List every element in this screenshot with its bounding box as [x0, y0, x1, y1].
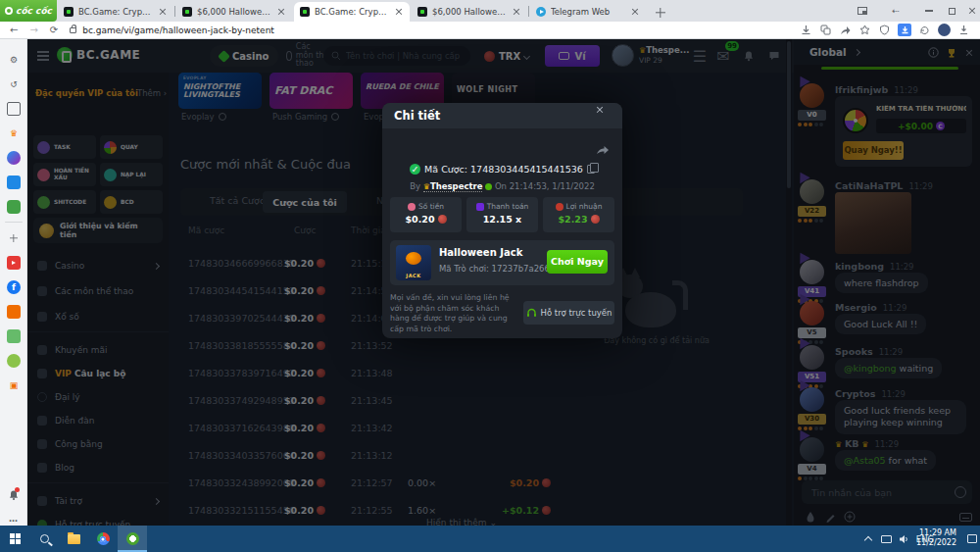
zalo-icon[interactable] — [7, 176, 21, 189]
minimize-button[interactable] — [921, 3, 937, 19]
tab-close-icon[interactable] — [158, 7, 168, 17]
reading-list-icon[interactable] — [7, 102, 21, 116]
tray-expand-icon[interactable] — [860, 526, 876, 552]
action-center-icon[interactable] — [964, 526, 980, 552]
bcgame-favicon — [417, 7, 427, 17]
send-to-device-icon[interactable]: ⇠ — [888, 3, 904, 19]
plant-app-icon[interactable] — [7, 354, 21, 368]
rail-divider — [5, 222, 23, 223]
bcgame-favicon — [182, 7, 192, 17]
more-options-icon[interactable]: … — [7, 512, 21, 526]
save-page-icon[interactable] — [800, 24, 812, 36]
settings-gear-icon[interactable]: ⚙ — [7, 53, 21, 67]
coccoc-download-icon[interactable] — [898, 24, 911, 36]
tab-separator — [174, 6, 175, 17]
profile-avatar[interactable] — [938, 24, 951, 36]
close-window-button[interactable] — [964, 3, 980, 19]
share-icon[interactable] — [839, 24, 852, 36]
modal-close-icon[interactable] — [600, 110, 612, 122]
facebook-icon[interactable]: f — [7, 280, 21, 294]
tab-close-icon[interactable] — [630, 7, 640, 17]
bet-by-line: By ♛Thespectre On 21:14:53, 1/11/2022 — [382, 181, 622, 191]
trx-coin-icon — [591, 215, 600, 224]
game-card: JACK Halloween Jack Mã Trò chơi: 17237b7… — [390, 240, 614, 285]
profit-icon — [556, 203, 564, 211]
messenger-icon[interactable] — [7, 151, 21, 165]
shield-icon[interactable] — [878, 24, 891, 36]
tab-telegram[interactable]: Telegram Web — [530, 2, 646, 22]
payout-wallet-icon — [476, 203, 484, 211]
start-button[interactable] — [0, 526, 29, 552]
sync-icon[interactable] — [918, 24, 931, 36]
maximize-button[interactable] — [944, 3, 959, 19]
headset-icon — [526, 308, 537, 318]
modal-title: Chi tiết — [394, 109, 440, 123]
tab-halloween-battle-2[interactable]: $6,000 Halloween Slot Battl — [412, 2, 527, 22]
url-text[interactable]: bc.game/vi/game/halloween-jack-by-netent — [82, 25, 274, 35]
browser-tab-bar: cốc cốc BC.Game: Crypto Casino Gam $6,00… — [0, 0, 980, 22]
tab-bcgame-1[interactable]: BC.Game: Crypto Casino Gam — [58, 2, 173, 22]
back-icon[interactable]: ← — [10, 25, 18, 35]
forward-icon[interactable]: → — [29, 25, 37, 35]
telegram-favicon — [536, 7, 546, 17]
tab-close-icon[interactable] — [512, 7, 521, 17]
coccoc-taskbar-icon[interactable] — [118, 526, 147, 552]
tab-close-icon[interactable] — [394, 7, 404, 17]
history-icon[interactable]: ↺ — [7, 77, 21, 91]
piggy-icon — [408, 203, 416, 211]
stat-profit: Lợi nhuận $2.23 — [543, 197, 614, 232]
bet-id-line: ✓ Mã Cược: 1748303445415441536 — [382, 164, 622, 175]
copy-icon[interactable] — [587, 165, 595, 174]
bookmark-star-icon[interactable] — [858, 24, 871, 36]
frog-icon — [485, 183, 492, 190]
coccoc-menu-button[interactable]: cốc cốc — [0, 0, 57, 22]
network-icon[interactable] — [878, 526, 894, 552]
tv-app-icon[interactable] — [7, 305, 21, 319]
bet-details-modal: Chi tiết ✓ Mã Cược: 1748303445415441536 … — [382, 103, 622, 338]
downloads-icon[interactable] — [957, 24, 970, 36]
youtube-icon[interactable] — [7, 256, 21, 270]
gift-app-icon[interactable] — [7, 329, 21, 343]
stat-amount: Số tiền $0.20 — [390, 197, 462, 232]
bcgame-page: BC.GAME Casino Các môn thể thao TRX — [27, 39, 980, 526]
crown-vip-icon[interactable]: ♛ — [7, 126, 21, 140]
support-note: Mọi vấn đề, xin vui lòng liên hệ với bộ … — [390, 293, 515, 334]
new-tab-button[interactable] — [653, 5, 668, 21]
tab-halloween-battle-1[interactable]: $6,000 Halloween Slot Battle — [176, 2, 292, 22]
taskbar-clock[interactable]: 11:29 AM 11/2/2022 — [916, 528, 956, 549]
games-gamepad-icon[interactable] — [7, 200, 21, 214]
coccoc-brand: cốc cốc — [16, 6, 52, 16]
address-bar: ← → ⟳ bc.game/vi/game/halloween-jack-by-… — [0, 22, 980, 39]
game-thumbnail[interactable]: JACK — [396, 245, 431, 280]
notification-bell-icon[interactable] — [7, 488, 21, 502]
coccoc-side-rail: ⚙ ↺ ♛ f ▣ … — [0, 39, 27, 526]
volume-icon[interactable] — [896, 526, 911, 552]
tab-close-icon[interactable] — [276, 7, 286, 17]
live-support-button[interactable]: Hỗ trợ trực tuyến — [523, 301, 614, 325]
lock-icon[interactable] — [70, 27, 76, 33]
stat-payout: Thanh toán 12.15 x — [466, 197, 538, 232]
coccoc-logo-icon — [5, 7, 13, 15]
tab-separator — [528, 6, 529, 17]
screen: cốc cốc BC.Game: Crypto Casino Gam $6,00… — [0, 0, 980, 552]
pip-icon[interactable] — [855, 3, 870, 19]
shopping-cart-icon[interactable]: ▣ — [7, 378, 21, 392]
crown-icon: ♛ — [423, 182, 430, 191]
bcgame-favicon — [300, 7, 310, 17]
file-explorer-icon[interactable] — [59, 526, 88, 552]
chrome-icon[interactable] — [88, 526, 118, 552]
play-now-button[interactable]: Chơi Ngay — [547, 250, 608, 274]
bet-username-link[interactable]: ♛Thespectre — [423, 181, 483, 192]
verified-check-icon: ✓ — [410, 164, 420, 175]
windows-taskbar: ENG 11:29 AM 11/2/2022 — [0, 526, 980, 552]
modal-share-icon[interactable] — [596, 140, 610, 152]
add-shortcut-icon[interactable] — [7, 231, 21, 245]
taskbar-search-icon[interactable] — [29, 526, 59, 552]
translate-icon[interactable] — [819, 24, 832, 36]
trx-coin-icon — [438, 215, 447, 224]
game-name: Halloween Jack — [439, 247, 522, 258]
tab-bcgame-2-active[interactable]: BC.Game: Crypto Casino Gam — [294, 2, 410, 22]
reload-icon[interactable]: ⟳ — [50, 25, 58, 35]
bcgame-favicon — [64, 7, 74, 17]
